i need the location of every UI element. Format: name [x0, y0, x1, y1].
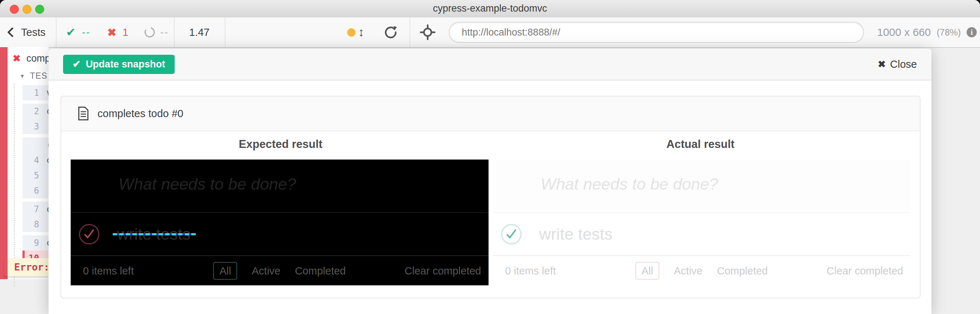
todo-label: write tests — [539, 225, 613, 244]
todo-row: write tests — [71, 212, 488, 255]
close-button[interactable]: ✖ Close — [878, 58, 917, 70]
todo-input-section: What needs to be done? — [493, 159, 911, 212]
passed-check-icon: ✔ — [66, 18, 76, 47]
code-line: 2c — [22, 104, 49, 119]
diff-strike-line — [113, 233, 196, 235]
toolbar-divider — [56, 18, 57, 47]
document-icon — [77, 106, 89, 121]
test-body-toggle[interactable]: ▼ TES — [19, 71, 48, 81]
fail-x-icon: ✖ — [13, 53, 21, 64]
failed-test-strip — [0, 47, 8, 279]
code-line: 9c — [22, 235, 49, 250]
error-badge: Error: — [4, 258, 49, 276]
pending-count: -- — [160, 18, 169, 47]
todo-footer: 0 items left All Active Completed Clear … — [71, 255, 488, 285]
code-line: 5 — [22, 168, 49, 183]
reporter-sidebar: ✖ compl ▼ TES 1v 2c 3 ( 4c 5 6 7c 8 — [0, 47, 49, 314]
code-line: 1v — [22, 85, 49, 100]
test-name: completes todo #0 — [97, 108, 183, 120]
actual-heading: Actual result — [491, 138, 911, 151]
code-line: 3 — [22, 119, 49, 134]
pending-circle-icon — [144, 18, 155, 47]
todo-input-placeholder: What needs to be done? — [541, 175, 718, 194]
runner-toolbar: Tests ✔ -- ✖ 1 -- 1.47 ↕ — [0, 18, 980, 48]
actual-snapshot-image: What needs to be done? write tests — [493, 159, 911, 285]
window-titlebar: cypress-example-todomvc — [0, 0, 980, 18]
viewport-scale: (78%) — [937, 27, 961, 38]
code-line: 4c — [22, 153, 49, 168]
todo-toggle-check-icon — [79, 224, 100, 245]
filter-active: Active — [674, 265, 702, 277]
todo-row: write tests — [493, 212, 911, 255]
viewport-size: 1000 x 660 — [877, 26, 931, 38]
crosshair-icon — [420, 24, 436, 40]
back-to-tests-button[interactable]: Tests — [9, 18, 46, 47]
section-label: TES — [30, 71, 48, 81]
snapshot-dialog: ✔ Update snapshot ✖ Close completes tod — [49, 49, 931, 314]
update-snapshot-button[interactable]: ✔ Update snapshot — [63, 55, 175, 74]
todo-footer: 0 items left All Active Completed Clear … — [493, 255, 911, 285]
filter-completed: Completed — [295, 265, 346, 277]
close-icon: ✖ — [878, 59, 886, 70]
check-icon: ✔ — [73, 58, 81, 70]
toolbar-divider — [410, 18, 410, 47]
tests-label: Tests — [21, 27, 46, 38]
clear-completed: Clear completed — [404, 265, 481, 277]
expected-heading: Expected result — [71, 138, 491, 151]
expected-snapshot-image: What needs to be done? write tests — [71, 159, 488, 285]
update-snapshot-label: Update snapshot — [86, 59, 165, 70]
info-icon[interactable]: i — [967, 27, 977, 37]
close-label: Close — [890, 58, 917, 70]
reload-icon — [383, 25, 398, 40]
filter-active: Active — [252, 265, 280, 277]
failed-count: 1 — [123, 18, 128, 47]
test-duration: 1.47 — [174, 18, 225, 47]
scroll-arrows-icon: ↕ — [358, 18, 364, 47]
clear-completed: Clear completed — [827, 265, 903, 277]
items-left: 0 items left — [505, 265, 556, 277]
code-line: 8 — [22, 217, 49, 232]
todo-input-placeholder: What needs to be done? — [119, 175, 296, 194]
code-line: ( — [22, 137, 49, 153]
test-card: completes todo #0 Expected result Actual… — [60, 96, 921, 298]
chevron-left-icon — [7, 27, 18, 37]
indent-guide — [14, 83, 15, 287]
app-window: cypress-example-todomvc Tests ✔ -- ✖ 1 -… — [0, 0, 980, 314]
filter-all: All — [635, 262, 659, 279]
selector-playground-button[interactable] — [420, 24, 436, 40]
reload-button[interactable] — [383, 25, 398, 40]
filter-all: All — [213, 262, 237, 279]
scroll-indicator-dot-icon — [347, 28, 356, 37]
code-line: 6 — [22, 183, 49, 198]
code-line: 7c — [22, 202, 49, 217]
code-frame: 1v 2c 3 ( 4c 5 6 7c 8 9c 10 — [22, 85, 49, 269]
url-input[interactable] — [449, 22, 864, 43]
failed-test-title: compl — [27, 53, 49, 64]
test-card-header: completes todo #0 — [61, 96, 920, 131]
todo-label: write tests — [117, 225, 191, 244]
toolbar-divider — [225, 18, 226, 47]
todo-toggle-check-icon — [501, 224, 522, 245]
filter-completed: Completed — [717, 265, 768, 277]
dialog-header: ✔ Update snapshot ✖ Close — [49, 49, 931, 80]
todo-input-section: What needs to be done? — [71, 159, 488, 212]
items-left: 0 items left — [83, 265, 134, 277]
failed-test-row[interactable]: ✖ compl — [13, 53, 49, 64]
triangle-down-icon: ▼ — [19, 73, 25, 79]
failed-x-icon: ✖ — [107, 18, 116, 47]
window-title: cypress-example-todomvc — [0, 0, 980, 18]
passed-count: -- — [82, 18, 90, 47]
comparison-body: Expected result Actual result What needs… — [61, 138, 920, 298]
